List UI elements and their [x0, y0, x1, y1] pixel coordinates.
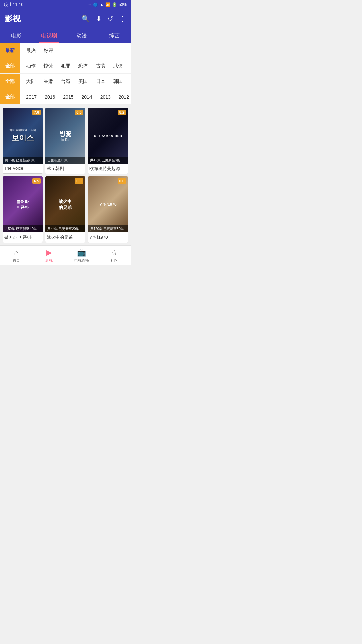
app-title: 影视	[5, 13, 81, 24]
card-rating-fire: 6.5	[32, 178, 41, 184]
filter-chip-tw[interactable]: 台湾	[58, 77, 74, 86]
filter-label-new[interactable]: 最新	[0, 43, 20, 58]
filter-chip-wuxia[interactable]: 武侠	[110, 62, 126, 70]
filter-row-region: 全部 大陆 香港 台湾 美国 日本 韩国 英	[0, 74, 131, 89]
battery-percent: 53%	[119, 2, 127, 7]
filter-chip-us[interactable]: 美国	[75, 77, 91, 86]
filter-items-genre: 动作 惊悚 犯罪 恐怖 古装 武侠 宫	[20, 59, 131, 73]
nav-home-label: 首页	[13, 258, 20, 263]
main-tabs: 电影 电视剧 动漫 综艺	[0, 28, 131, 43]
filter-chip-2012[interactable]: 2012	[115, 93, 131, 101]
header-icons: 🔍 ⬇ ↺ ⋮	[81, 15, 126, 23]
filter-chip-horror[interactable]: 恐怖	[75, 62, 91, 70]
battery-icon: 🔋	[112, 2, 117, 7]
tab-movie[interactable]: 电影	[0, 28, 33, 43]
filter-chip-thriller[interactable]: 惊悚	[40, 62, 56, 70]
filter-chip-action[interactable]: 动作	[23, 62, 39, 70]
filter-chip-rated[interactable]: 好评	[40, 46, 56, 55]
card-episode-ice: 已更新至10集	[45, 157, 85, 164]
nav-community-label: 社区	[111, 258, 118, 263]
card-title-war: 战火中的兄弟	[45, 232, 85, 243]
card-episode-fire: 共50集 已更新至49集	[3, 225, 43, 232]
card-war[interactable]: 战火中的兄弟 0.0 共44集 已更新至20集 战火中的兄弟	[45, 176, 85, 243]
filter-chip-hot[interactable]: 最热	[23, 46, 39, 55]
search-icon[interactable]: 🔍	[81, 15, 90, 23]
bluetooth-icon: 🔵	[93, 2, 98, 7]
film-icon: ▶	[46, 248, 52, 257]
card-episode-voice: 共16集 已更新至8集	[3, 157, 43, 164]
status-bar: 晚上11:10 ··· 🔵 ▲ 📶 🔋 53%	[0, 0, 131, 9]
card-rating-ultraman: 8.2	[118, 110, 126, 115]
signal-icon: ···	[88, 2, 91, 7]
network-icon: 📶	[105, 2, 110, 7]
card-ultraman[interactable]: ULTRAMAN ORB 8.2 共12集 已更新至8集 欧布奥特曼起源	[88, 108, 128, 174]
filter-items-sort: 最热 好评	[20, 44, 131, 58]
wifi-icon: ▲	[100, 2, 104, 7]
home-icon: ⌂	[14, 248, 18, 257]
filter-chip-2017[interactable]: 2017	[23, 93, 40, 101]
card-title-fire: 불어라 미풍아	[3, 232, 43, 243]
filter-chip-2014[interactable]: 2014	[78, 93, 95, 101]
tab-tv[interactable]: 电视剧	[33, 28, 66, 43]
history-icon[interactable]: ↺	[108, 15, 113, 23]
filter-chip-hk[interactable]: 香港	[40, 77, 56, 86]
filter-row-genre: 全部 动作 惊悚 犯罪 恐怖 古装 武侠 宫	[0, 58, 131, 74]
filter-chip-palace[interactable]: 宫	[127, 62, 131, 70]
nav-film-label: 影视	[45, 258, 53, 263]
tab-anime[interactable]: 动漫	[65, 28, 98, 43]
card-rating-ice: 0.0	[75, 110, 83, 115]
filter-chip-crime[interactable]: 犯罪	[58, 62, 74, 70]
card-episode-war: 共44集 已更新至20集	[45, 225, 85, 232]
nav-film[interactable]: ▶ 影视	[33, 246, 66, 265]
nav-live-label: 电视直播	[74, 258, 89, 263]
card-voice[interactable]: 범죄 들마야 열 스리다 보이스 7.6 共16集 已更新至8集 The Voi…	[3, 108, 43, 174]
community-icon: ☆	[111, 248, 118, 257]
nav-home[interactable]: ⌂ 首页	[0, 246, 33, 265]
filter-label-genre[interactable]: 全部	[0, 58, 20, 73]
filter-chip-costume[interactable]: 古装	[93, 62, 109, 70]
filter-chip-jp[interactable]: 日本	[93, 77, 109, 86]
filter-chip-2016[interactable]: 2016	[41, 93, 58, 101]
card-fire[interactable]: 불어라미풍아 6.5 共50集 已更新至49集 불어라 미풍아	[3, 176, 43, 243]
filter-chip-kr[interactable]: 韩国	[110, 77, 126, 86]
content-grid: 범죄 들마야 열 스리다 보이스 7.6 共16集 已更新至8集 The Voi…	[0, 105, 131, 245]
status-right: ··· 🔵 ▲ 📶 🔋 53%	[88, 2, 127, 7]
card-title-voice: The Voice	[3, 164, 43, 173]
live-icon: 📺	[77, 248, 86, 257]
card-episode-city: 共120集 已更新至39集	[88, 225, 128, 232]
more-icon[interactable]: ⋮	[119, 15, 126, 23]
card-rating-voice: 7.6	[32, 110, 41, 115]
card-grid: 범죄 들마야 열 스리다 보이스 7.6 共16集 已更新至8集 The Voi…	[3, 108, 128, 243]
card-rating-city: 0.0	[118, 178, 126, 184]
filter-label-year[interactable]: 全部	[0, 89, 20, 104]
card-episode-ultraman: 共12集 已更新至8集	[88, 157, 128, 164]
filter-chip-2013[interactable]: 2013	[97, 93, 114, 101]
card-title-ice: 冰丘韩剧	[45, 164, 85, 174]
download-icon[interactable]: ⬇	[96, 15, 102, 23]
filter-row-year: 全部 2017 2016 2015 2014 2013 2012	[0, 89, 131, 105]
tab-variety[interactable]: 综艺	[98, 28, 131, 43]
header: 影视 🔍 ⬇ ↺ ⋮	[0, 9, 131, 28]
filter-section: 最新 最热 好评 全部 动作 惊悚 犯罪 恐怖 古装 武侠 宫 全部 大陆 香港…	[0, 43, 131, 105]
card-city[interactable]: 강남1970 0.0 共120集 已更新至39集 강남1970	[88, 176, 128, 243]
card-title-ultraman: 欧布奥特曼起源	[88, 164, 128, 174]
filter-chip-2015[interactable]: 2015	[60, 93, 77, 101]
nav-community[interactable]: ☆ 社区	[98, 246, 131, 265]
card-rating-war: 0.0	[75, 178, 83, 184]
card-title-city: 강남1970	[88, 232, 128, 243]
filter-items-region: 大陆 香港 台湾 美国 日本 韩国 英	[20, 74, 131, 89]
filter-items-year: 2017 2016 2015 2014 2013 2012	[20, 90, 131, 104]
card-ice[interactable]: 빙꽃 ic Re 0.0 已更新至10集 冰丘韩剧	[45, 108, 85, 174]
filter-row-sort: 最新 最热 好评	[0, 43, 131, 58]
filter-label-region[interactable]: 全部	[0, 74, 20, 89]
filter-chip-uk[interactable]: 英	[127, 77, 131, 86]
nav-live[interactable]: 📺 电视直播	[65, 246, 98, 265]
status-time: 晚上11:10	[4, 2, 24, 8]
filter-chip-mainland[interactable]: 大陆	[23, 77, 39, 86]
bottom-nav: ⌂ 首页 ▶ 影视 📺 电视直播 ☆ 社区	[0, 245, 131, 265]
